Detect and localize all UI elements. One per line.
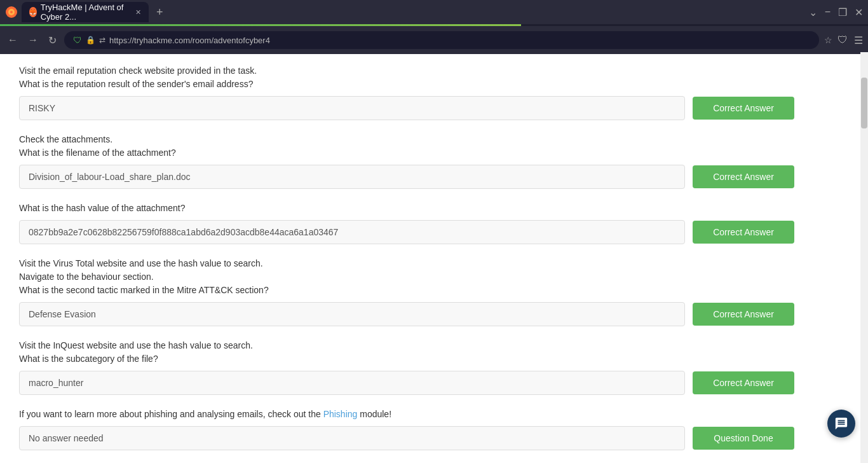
url-text: https://tryhackme.com/room/adventofcyber… bbox=[109, 36, 270, 45]
correct-answer-button-2[interactable]: Correct Answer bbox=[693, 165, 794, 188]
question-block-4: Visit the Virus Total website and use th… bbox=[19, 257, 794, 326]
correct-answer-button-5[interactable]: Correct Answer bbox=[693, 371, 794, 394]
question-1-text: Visit the email reputation check website… bbox=[19, 64, 794, 91]
correct-answer-button-1[interactable]: Correct Answer bbox=[693, 97, 794, 120]
active-tab[interactable]: 🦊 TryHackMe | Advent of Cyber 2... ✕ bbox=[22, 2, 149, 22]
chat-icon bbox=[834, 417, 848, 431]
phishing-link[interactable]: Phishing bbox=[323, 409, 358, 419]
new-tab-button[interactable]: + bbox=[153, 6, 167, 19]
chat-bubble-button[interactable] bbox=[827, 410, 855, 438]
question-6-text: If you want to learn more about phishing… bbox=[19, 408, 794, 421]
answer-row-5: Correct Answer bbox=[19, 371, 794, 395]
menu-icon[interactable]: ☰ bbox=[854, 34, 863, 46]
window-controls: ⌄ − ❒ ✕ bbox=[809, 6, 863, 18]
scrollbar[interactable] bbox=[860, 52, 868, 463]
answer-row-1: Correct Answer bbox=[19, 96, 794, 120]
tab-favicon: 🦊 bbox=[29, 7, 37, 17]
shield-icon: 🛡 bbox=[73, 35, 82, 45]
question-5-text: Visit the InQuest website and use the ha… bbox=[19, 339, 794, 366]
answer-row-3: Correct Answer bbox=[19, 220, 794, 244]
question-3-text: What is the hash value of the attachment… bbox=[19, 202, 794, 215]
scrollbar-thumb[interactable] bbox=[861, 78, 867, 128]
forward-button[interactable]: → bbox=[25, 32, 41, 48]
back-button[interactable]: ← bbox=[5, 32, 20, 48]
page-content: Visit the email reputation check website… bbox=[0, 54, 813, 463]
answer-input-3[interactable] bbox=[19, 220, 685, 244]
tab-bar: 🦊 TryHackMe | Advent of Cyber 2... ✕ + ⌄… bbox=[0, 0, 868, 24]
question-block-6: If you want to learn more about phishing… bbox=[19, 408, 794, 450]
toolbar-right: 🛡 ☰ bbox=[837, 34, 863, 46]
svg-point-2 bbox=[10, 11, 13, 13]
url-domain: tryhackme.com bbox=[134, 36, 190, 45]
lock-icon: 🔒 bbox=[86, 36, 95, 45]
answer-row-6: Question Done bbox=[19, 426, 794, 450]
minimize-button[interactable]: − bbox=[825, 6, 831, 18]
answer-input-6[interactable] bbox=[19, 426, 685, 450]
address-input[interactable]: 🛡 🔒 ⇄ https://tryhackme.com/room/advento… bbox=[64, 31, 819, 49]
question-block-5: Visit the InQuest website and use the ha… bbox=[19, 339, 794, 395]
bookmark-icon[interactable]: ☆ bbox=[824, 35, 832, 45]
question-4-text: Visit the Virus Total website and use th… bbox=[19, 257, 794, 297]
question-2-text: Check the attachments. What is the filen… bbox=[19, 133, 794, 160]
answer-row-4: Correct Answer bbox=[19, 302, 794, 326]
url-path: /room/adventofcyber4 bbox=[190, 36, 270, 45]
browser-icon bbox=[5, 6, 18, 18]
answer-input-2[interactable] bbox=[19, 165, 685, 189]
answer-row-2: Correct Answer bbox=[19, 165, 794, 189]
browser-chrome: 🦊 TryHackMe | Advent of Cyber 2... ✕ + ⌄… bbox=[0, 0, 868, 54]
sync-icon: ⇄ bbox=[99, 36, 105, 45]
question-block-1: Visit the email reputation check website… bbox=[19, 64, 794, 120]
url-protocol: https:// bbox=[109, 36, 134, 45]
close-button[interactable]: ✕ bbox=[855, 6, 863, 18]
question-block-3: What is the hash value of the attachment… bbox=[19, 202, 794, 244]
correct-answer-button-3[interactable]: Correct Answer bbox=[693, 221, 794, 244]
correct-answer-button-4[interactable]: Correct Answer bbox=[693, 303, 794, 326]
address-bar: ← → ↻ 🛡 🔒 ⇄ https://tryhackme.com/room/a… bbox=[0, 26, 868, 54]
extensions-icon[interactable]: 🛡 bbox=[837, 34, 848, 46]
tab-list-icon[interactable]: ⌄ bbox=[809, 6, 817, 18]
question-done-button[interactable]: Question Done bbox=[693, 427, 794, 450]
question-block-2: Check the attachments. What is the filen… bbox=[19, 133, 794, 189]
answer-input-4[interactable] bbox=[19, 302, 685, 326]
answer-input-5[interactable] bbox=[19, 371, 685, 395]
reload-button[interactable]: ↻ bbox=[46, 32, 59, 49]
answer-input-1[interactable] bbox=[19, 96, 685, 120]
tab-close-button[interactable]: ✕ bbox=[135, 8, 141, 17]
maximize-button[interactable]: ❒ bbox=[838, 6, 847, 18]
tab-title: TryHackMe | Advent of Cyber 2... bbox=[41, 3, 129, 22]
